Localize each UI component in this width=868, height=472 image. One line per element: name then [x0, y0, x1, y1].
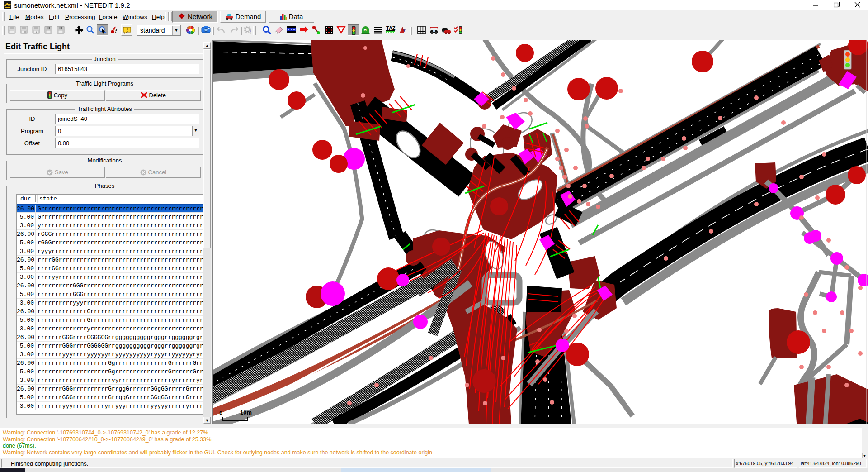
svg-text:0: 0 [219, 410, 222, 416]
svg-text:TAZ: TAZ [386, 25, 396, 31]
svg-text:H: H [364, 28, 367, 32]
svg-text:?: ? [114, 27, 118, 34]
svg-text:10m: 10m [240, 409, 252, 416]
